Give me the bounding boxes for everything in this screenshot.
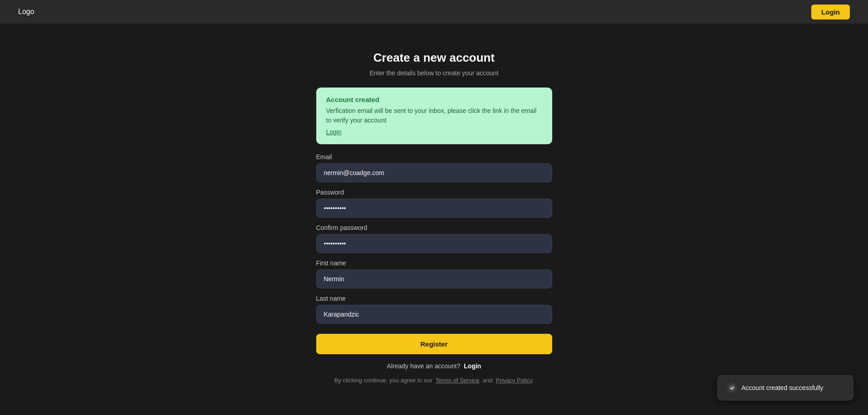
password-label: Password	[316, 189, 552, 196]
page-subtitle: Enter the details below to create your a…	[369, 69, 498, 77]
email-field[interactable]	[316, 163, 552, 182]
last-name-group: Last name	[316, 295, 552, 324]
first-name-field[interactable]	[316, 269, 552, 288]
password-group: Password	[316, 189, 552, 218]
confirm-password-field[interactable]	[316, 234, 552, 253]
toast-check-icon	[727, 383, 737, 393]
toast-text: Account created successfully	[741, 384, 824, 391]
success-alert-title: Account created	[326, 96, 542, 103]
toast-notification: Account created successfully	[717, 375, 853, 400]
success-alert: Account created Verfication email will b…	[316, 88, 552, 144]
first-name-group: First name	[316, 259, 552, 288]
privacy-policy-link[interactable]: Privacy Policy	[496, 377, 532, 384]
footer-login-link[interactable]: Login	[464, 362, 481, 370]
success-alert-login-link[interactable]: Login	[326, 128, 342, 136]
navbar: Logo Login	[0, 0, 868, 24]
password-field[interactable]	[316, 199, 552, 218]
last-name-field[interactable]	[316, 305, 552, 324]
svg-point-0	[729, 385, 735, 391]
page-title: Create a new account	[373, 51, 495, 65]
email-group: Email	[316, 153, 552, 182]
register-button[interactable]: Register	[316, 334, 552, 354]
terms-text: By clicking continue, you agree to our T…	[316, 377, 552, 384]
last-name-label: Last name	[316, 295, 552, 302]
confirm-password-label: Confirm password	[316, 224, 552, 231]
confirm-password-group: Confirm password	[316, 224, 552, 253]
terms-of-service-link[interactable]: Terms of Service	[436, 377, 480, 384]
logo: Logo	[18, 8, 34, 16]
register-form: Email Password Confirm password First na…	[316, 153, 552, 384]
main-content: Create a new account Enter the details b…	[0, 24, 868, 384]
already-account-text: Already have an account? Login	[316, 362, 552, 370]
email-label: Email	[316, 153, 552, 161]
success-alert-body: Verfication email will be sent to your i…	[326, 106, 542, 125]
first-name-label: First name	[316, 259, 552, 267]
navbar-login-button[interactable]: Login	[811, 5, 850, 20]
